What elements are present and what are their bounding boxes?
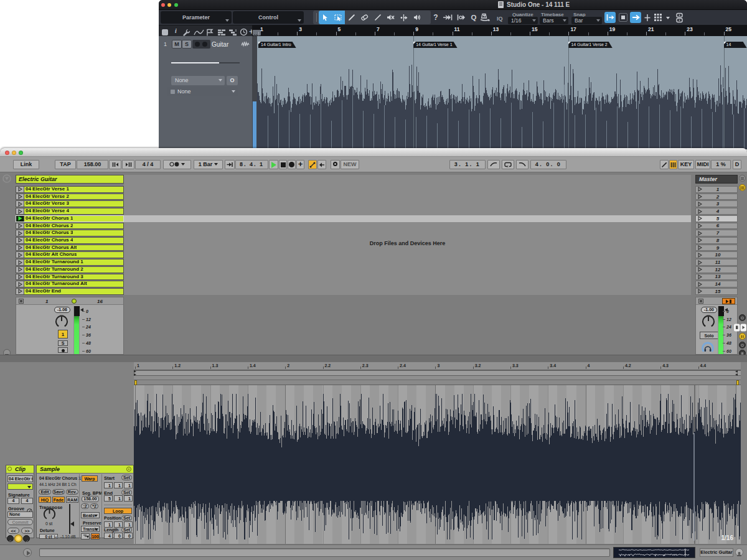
tempo-field[interactable]: 158.00 xyxy=(77,160,108,169)
scene-slot[interactable]: 2 xyxy=(695,194,738,200)
clip-slot[interactable]: 04 ElecGtr Chorus Alt xyxy=(16,245,124,251)
mute-button[interactable]: M xyxy=(172,40,182,49)
scene-slot[interactable]: 3 xyxy=(695,200,738,207)
track-activator-button[interactable]: 1 xyxy=(58,330,68,338)
track-solo-button[interactable]: S xyxy=(58,340,68,346)
mixer-toggle-icon[interactable] xyxy=(739,184,746,191)
clip-slot[interactable]: 04 ElecGtr Verse 2 xyxy=(16,194,124,200)
scene-slot[interactable]: 1 xyxy=(695,186,738,193)
punch-out-icon[interactable] xyxy=(456,13,469,22)
output-select[interactable]: None xyxy=(167,87,238,96)
clip-slot[interactable]: 04 ElecGtr Turnaround 3 xyxy=(16,274,124,281)
loop-brace[interactable] xyxy=(134,370,741,376)
disk-overload-indicator[interactable]: D xyxy=(733,160,741,169)
scene-play-icon[interactable] xyxy=(698,245,702,250)
overview-toggle-icon[interactable] xyxy=(739,175,746,182)
clip-slot[interactable]: 04 ElecGtr Alt Chorus xyxy=(16,251,124,258)
master-solo-button[interactable]: Solo xyxy=(700,332,718,339)
transient-loop-mode[interactable] xyxy=(81,533,90,539)
loop-value-field[interactable]: 1 xyxy=(114,482,123,488)
warp-button[interactable]: Warp xyxy=(82,475,98,482)
scene-slot[interactable]: 4 xyxy=(695,208,738,215)
clip-slot[interactable]: 04 ElecGtr Turnaround 1 xyxy=(16,259,124,266)
clip-slot[interactable]: 04 ElecGtr End xyxy=(16,288,124,295)
nudge-back-button[interactable]: << xyxy=(7,528,19,534)
play-button[interactable] xyxy=(269,160,278,169)
clip-name-tab[interactable]: 14 Guitar1 Verse 1 xyxy=(413,42,457,48)
nudge-forward-button[interactable]: >> xyxy=(21,528,33,534)
ableton-titlebar[interactable] xyxy=(0,148,747,157)
end-value[interactable]: 511 xyxy=(104,495,133,502)
clip-slot[interactable]: 04 ElecGtr Verse 4 xyxy=(16,208,124,215)
time-signature-field[interactable]: 4 / 4 xyxy=(135,160,161,169)
vertical-scrollbar[interactable] xyxy=(253,101,256,149)
scene-play-icon[interactable] xyxy=(698,209,702,214)
returns-toggle-icon[interactable] xyxy=(739,333,746,340)
scene-slot[interactable]: 5 xyxy=(695,215,738,222)
view-selector[interactable] xyxy=(734,323,747,331)
minimize-button[interactable] xyxy=(167,3,171,7)
inspector-icon[interactable]: i xyxy=(175,27,177,34)
scene-play-icon[interactable] xyxy=(698,267,702,272)
clip-play-icon[interactable] xyxy=(16,187,24,192)
track-arm-button[interactable] xyxy=(58,347,68,353)
transients-select[interactable]: Transie xyxy=(81,526,100,532)
quantize-select[interactable]: 1/16 xyxy=(508,17,538,24)
reenable-automation-button[interactable] xyxy=(317,160,326,169)
scene-play-icon[interactable] xyxy=(698,187,702,192)
groove-amount-menu[interactable] xyxy=(163,160,191,169)
minimize-button[interactable] xyxy=(12,151,16,155)
clip-slot[interactable]: 04 ElecGtr Verse 3 xyxy=(16,200,124,207)
clip-overview[interactable] xyxy=(613,547,695,558)
cue-volume-knob[interactable] xyxy=(701,341,715,355)
studio-one-titlebar[interactable]: Studio One - 14 111 E xyxy=(159,0,747,10)
seg-bpm-field[interactable]: 158.00 xyxy=(82,496,99,502)
grid-view-button[interactable] xyxy=(654,13,664,22)
listen-tool-button[interactable] xyxy=(410,11,423,24)
stop-button[interactable] xyxy=(279,160,287,169)
snap-select[interactable]: Bar xyxy=(571,17,602,24)
scene-slot[interactable]: 13 xyxy=(695,274,738,281)
timeline-ruler[interactable]: 135791113151719212325 xyxy=(252,25,747,36)
scene-play-icon[interactable] xyxy=(698,253,702,258)
link-button[interactable]: Link xyxy=(13,160,39,169)
quantize-q-button[interactable]: Q xyxy=(469,12,478,22)
loop-value-field[interactable]: 1 xyxy=(114,495,123,502)
drop-area[interactable]: Drop Files and Devices Here xyxy=(124,175,691,295)
loop-value-field[interactable]: 5 xyxy=(104,495,113,502)
track-header-guitar[interactable]: 1 M S Guitar None O None xyxy=(159,36,252,149)
scene-play-icon[interactable] xyxy=(698,274,702,279)
chevron-down-icon[interactable] xyxy=(665,16,670,20)
loop-value-field[interactable]: 1 xyxy=(124,482,133,488)
groove-select[interactable]: None xyxy=(7,511,33,518)
scene-play-icon[interactable] xyxy=(698,289,702,294)
transpose-knob[interactable] xyxy=(43,508,56,521)
timebase-select[interactable]: Bars xyxy=(540,17,568,24)
scene-play-icon[interactable] xyxy=(698,231,702,236)
autoscroll-button[interactable] xyxy=(604,12,616,23)
draw-pencil-button[interactable] xyxy=(660,160,669,169)
clip-name-tab[interactable]: 14 Guitar1 Verse 3 xyxy=(724,42,747,48)
scene-slot[interactable]: 10 xyxy=(695,251,738,258)
loop-start-field[interactable]: 3. 1. 1 xyxy=(449,160,486,169)
loop-button[interactable] xyxy=(502,160,514,169)
loop-value-field[interactable]: 4 xyxy=(104,533,113,539)
follow-edit-button[interactable] xyxy=(630,12,641,23)
save-button[interactable]: Save xyxy=(52,489,65,495)
quantization-menu[interactable]: 1 Bar xyxy=(194,160,223,169)
clip-slot[interactable]: 04 ElecGtr Verse 1 xyxy=(16,186,124,193)
beat-time-ruler[interactable]: 11.21.31.422.22.32.433.23.33.444.24.34.4 xyxy=(134,362,741,370)
scene-slot[interactable]: 12 xyxy=(695,266,738,273)
master-pan-knob[interactable] xyxy=(702,315,715,329)
clip-slot[interactable]: 04 ElecGtr Chorus 1 xyxy=(16,215,124,222)
clip-play-icon[interactable] xyxy=(16,223,24,229)
clip-name-tab[interactable]: 14 Guitar1 Verse 2 xyxy=(568,42,612,48)
hiq-button[interactable]: HiQ xyxy=(39,497,51,503)
scene-slot[interactable]: 11 xyxy=(695,259,738,266)
record-arm-button[interactable] xyxy=(195,42,200,47)
paint-tool-button[interactable] xyxy=(371,11,384,24)
track-header-electric-guitar[interactable]: Electric Guitar xyxy=(16,175,124,184)
punch-out-button[interactable] xyxy=(516,160,529,169)
clip-color-chooser[interactable] xyxy=(7,483,33,490)
scene-play-icon[interactable] xyxy=(698,202,702,207)
